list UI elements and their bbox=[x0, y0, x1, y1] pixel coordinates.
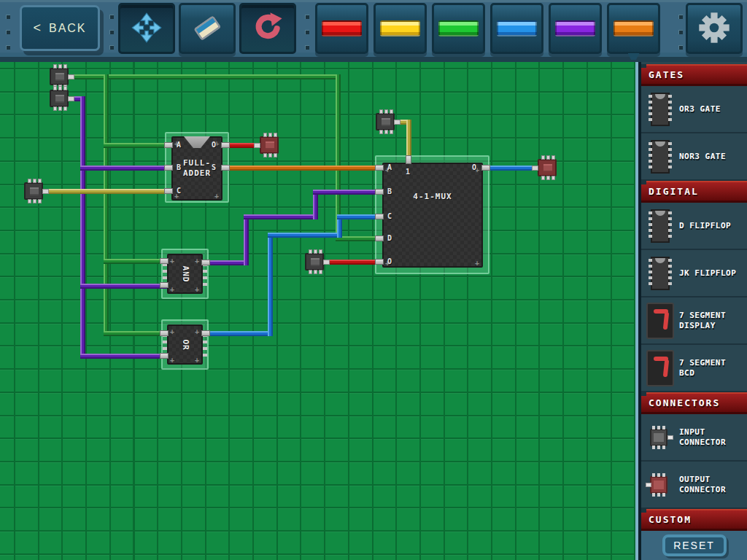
wire-purple-4[interactable] bbox=[80, 96, 85, 359]
chip-title: OR bbox=[180, 339, 190, 350]
icon-cell bbox=[641, 350, 679, 386]
wire-purple-12[interactable] bbox=[313, 190, 382, 195]
color-pill-orange bbox=[614, 20, 654, 36]
move-arrows-icon bbox=[131, 12, 163, 46]
sidebar-item-input-connector[interactable]: INPUT CONNECTOR bbox=[641, 414, 747, 462]
icon-cell bbox=[641, 257, 679, 290]
wire-blue-13[interactable] bbox=[205, 331, 273, 336]
component-sidebar: GATESOR3 GATENOR3 GATEDIGITALD FLIPFLOPJ… bbox=[638, 62, 747, 560]
pin-label: D bbox=[387, 234, 392, 242]
sidebar-item-label: INPUT CONNECTOR bbox=[679, 427, 745, 448]
input-connector[interactable] bbox=[50, 68, 69, 85]
wire-purple-12[interactable] bbox=[244, 214, 249, 265]
rivet bbox=[6, 45, 10, 50]
output-connector[interactable] bbox=[538, 159, 557, 176]
sidebar-item-label: 7 SEGMENT BCD bbox=[679, 358, 745, 378]
sidebar-item-or3-gate[interactable]: OR3 GATE bbox=[641, 86, 747, 133]
icon-cell bbox=[641, 473, 679, 497]
wire-purple-12[interactable] bbox=[205, 260, 249, 265]
screw-icon: + bbox=[170, 358, 174, 362]
wire-purple-5[interactable] bbox=[80, 166, 171, 171]
screw-icon: + bbox=[475, 261, 479, 265]
seven-segment-icon bbox=[646, 350, 674, 386]
wire-blue-13[interactable] bbox=[268, 233, 273, 336]
circuit-canvas[interactable]: ++++ABCOSFULL-ADDER++++ABCDOO14-1-MUX+++… bbox=[0, 62, 638, 560]
pin-label: 1 bbox=[406, 168, 410, 176]
icon-cell bbox=[641, 93, 679, 126]
settings-button[interactable] bbox=[686, 3, 743, 54]
color-swatch-blue[interactable] bbox=[490, 3, 543, 54]
chip-pin bbox=[160, 258, 169, 264]
reset-button[interactable]: RESET bbox=[662, 534, 727, 556]
color-swatch-purple[interactable] bbox=[549, 3, 602, 54]
output-connector-icon bbox=[646, 473, 675, 497]
eraser-tool-button[interactable] bbox=[179, 3, 236, 54]
input-connector-icon bbox=[646, 426, 675, 449]
chip-icon bbox=[647, 257, 673, 290]
wire-purple-4[interactable] bbox=[80, 354, 168, 359]
rivet bbox=[109, 30, 114, 34]
wire-yellow-7[interactable] bbox=[44, 189, 171, 194]
wire-blue-14[interactable] bbox=[482, 166, 538, 171]
wire-red-11[interactable] bbox=[325, 260, 382, 265]
color-swatch-red[interactable] bbox=[315, 3, 368, 54]
rivet bbox=[305, 45, 309, 50]
wire-purple-6[interactable] bbox=[80, 284, 168, 289]
screw-icon: + bbox=[170, 259, 174, 263]
sidebar-item-nor3-gate[interactable]: NOR3 GATE bbox=[641, 133, 747, 181]
wire-green-1[interactable] bbox=[104, 331, 168, 336]
chip-pin bbox=[481, 165, 490, 171]
wire-green-2[interactable] bbox=[104, 143, 171, 148]
screw-icon: + bbox=[170, 287, 174, 292]
selected-color-indicator bbox=[628, 53, 640, 60]
sidebar-item-jk-flipflop[interactable]: JK FLIPFLOP bbox=[641, 250, 747, 298]
icon-cell bbox=[641, 303, 679, 339]
pin-label: A bbox=[177, 141, 181, 149]
wire-yellow-8[interactable] bbox=[406, 120, 411, 160]
chip-icon bbox=[647, 93, 673, 126]
chip-icon bbox=[647, 140, 673, 174]
chip-title: AND bbox=[180, 265, 190, 282]
wire-blue-13[interactable] bbox=[268, 233, 342, 238]
back-chevron-icon: < bbox=[33, 20, 42, 36]
icon-cell bbox=[641, 426, 679, 449]
sidebar-item-label: JK FLIPFLOP bbox=[679, 268, 745, 279]
chip-pin bbox=[164, 188, 173, 194]
rivet bbox=[305, 15, 309, 19]
input-connector[interactable] bbox=[305, 253, 324, 271]
color-swatch-green[interactable] bbox=[432, 3, 485, 54]
pin-label: O bbox=[387, 257, 392, 265]
back-button[interactable]: < BACK bbox=[20, 5, 100, 51]
section-header-custom: CUSTOM bbox=[641, 509, 747, 531]
wire-green-1[interactable] bbox=[104, 74, 109, 336]
sidebar-item-7-segment-display[interactable]: 7 SEGMENT DISPLAY bbox=[641, 298, 747, 345]
section-header-connectors: CONNECTORS bbox=[641, 392, 747, 414]
rivet bbox=[678, 15, 683, 19]
chip-icon bbox=[647, 209, 673, 243]
chip-pin bbox=[201, 260, 210, 265]
chip-pin bbox=[160, 330, 169, 336]
screw-icon: + bbox=[214, 194, 219, 198]
output-connector[interactable] bbox=[260, 136, 279, 154]
chip-pin bbox=[160, 353, 169, 359]
pin-label: O bbox=[472, 163, 476, 171]
rivet bbox=[6, 15, 10, 19]
sidebar-item-d-flipflop[interactable]: D FLIPFLOP bbox=[641, 203, 747, 250]
eraser-icon bbox=[190, 11, 224, 47]
rivet bbox=[6, 30, 10, 34]
move-tool-button[interactable] bbox=[118, 3, 175, 54]
sidebar-footer: RESET bbox=[641, 531, 747, 560]
wire-orange-9[interactable] bbox=[221, 166, 382, 171]
wire-green-3[interactable] bbox=[104, 259, 168, 264]
input-connector[interactable] bbox=[50, 90, 69, 107]
wire-green-0[interactable] bbox=[69, 74, 341, 79]
input-connector[interactable] bbox=[24, 182, 43, 200]
color-swatch-yellow[interactable] bbox=[374, 3, 427, 54]
rotate-tool-button[interactable] bbox=[239, 3, 296, 54]
sidebar-item-output-connector[interactable]: OUTPUT CONNECTOR bbox=[641, 462, 747, 509]
wire-purple-12[interactable] bbox=[244, 214, 318, 219]
color-swatch-orange[interactable] bbox=[607, 3, 660, 54]
chip-mux-4-1[interactable] bbox=[382, 163, 483, 268]
sidebar-item-7-segment-bcd[interactable]: 7 SEGMENT BCD bbox=[641, 345, 747, 392]
input-connector[interactable] bbox=[376, 113, 395, 131]
